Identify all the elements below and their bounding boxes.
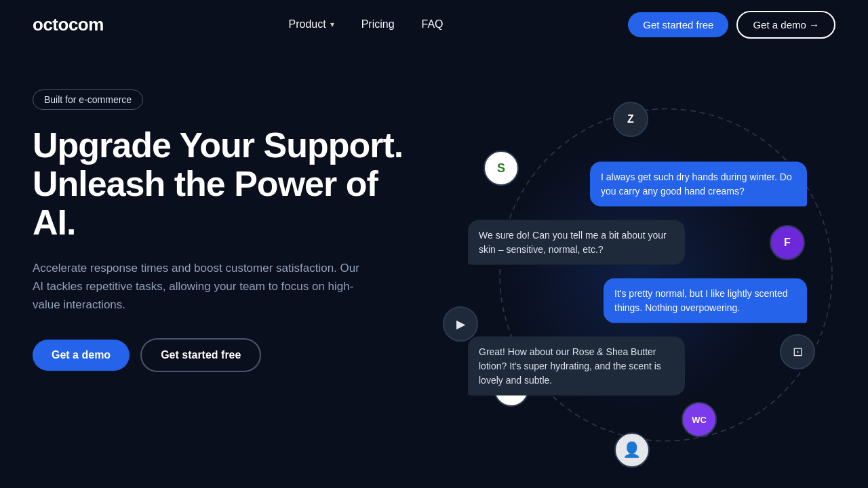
- hero-left: Built for e-commerce Upgrade Your Suppor…: [33, 76, 426, 372]
- logo: octocom: [33, 14, 104, 35]
- chat-message-sent-1: I always get such dry hands during winte…: [590, 162, 807, 207]
- nav-pricing[interactable]: Pricing: [361, 18, 395, 30]
- zendesk-icon: Z: [613, 102, 648, 137]
- nav-links: Product ▾ Pricing FAQ: [289, 18, 443, 30]
- hero-started-button[interactable]: Get started free: [140, 338, 261, 372]
- chat-messages: I always get such dry hands during winte…: [468, 162, 807, 403]
- chat-message-received-1: We sure do! Can you tell me a bit about …: [468, 220, 685, 265]
- woo-icon: WC: [682, 402, 717, 437]
- hero-title: Upgrade Your Support. Unleash the Power …: [33, 126, 426, 243]
- hero-badge: Built for e-commerce: [33, 89, 143, 110]
- nav-get-demo-button[interactable]: Get a demo →: [736, 11, 835, 39]
- nav-product[interactable]: Product ▾: [289, 18, 334, 30]
- chat-message-sent-2: It's pretty normal, but I like lightly s…: [604, 279, 807, 323]
- chat-message-received-2: Great! How about our Rose & Shea Butter …: [468, 337, 685, 396]
- navbar: octocom Product ▾ Pricing FAQ Get starte…: [0, 0, 868, 49]
- nav-actions: Get started free Get a demo →: [628, 11, 835, 39]
- nav-faq[interactable]: FAQ: [422, 18, 443, 30]
- hero-illustration: Z S F ▶ ⊡ R WC 👤 I always get such dry h: [426, 76, 835, 488]
- avatar-icon: 👤: [614, 432, 650, 468]
- chevron-down-icon: ▾: [330, 20, 334, 29]
- hero-demo-button[interactable]: Get a demo: [33, 340, 130, 371]
- hero-description: Accelerate response times and boost cust…: [33, 259, 372, 314]
- hero-buttons: Get a demo Get started free: [33, 338, 426, 372]
- chat-demo: I always get such dry hands during winte…: [468, 162, 807, 403]
- nav-get-started-button[interactable]: Get started free: [628, 12, 728, 37]
- hero-section: Built for e-commerce Upgrade Your Suppor…: [0, 49, 868, 488]
